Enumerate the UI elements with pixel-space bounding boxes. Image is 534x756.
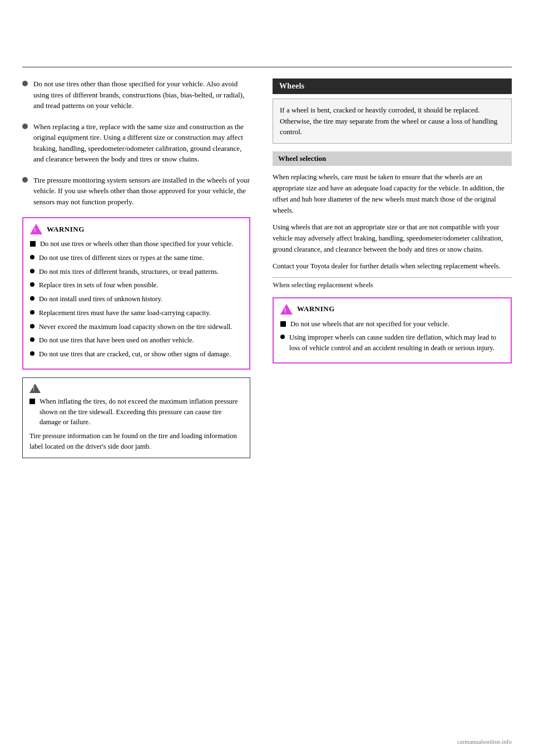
right-warning-square-text: Do not use wheels that are not specified… — [290, 319, 449, 330]
warning-bullet-dot-3 — [30, 282, 34, 287]
warning-header-1: WARNING — [30, 224, 243, 234]
right-warning-bullet-dot-1 — [280, 335, 285, 339]
left-column: Do not use tires other than those specif… — [22, 78, 261, 458]
right-body-text-2: Using wheels that are not an appropriate… — [273, 222, 512, 255]
caution-content: When inflating the tires, do not exceed … — [29, 396, 243, 452]
warning-bullet-dot-7 — [30, 337, 34, 342]
bullet-text-3: Tire pressure monitoring system sensors … — [33, 175, 250, 208]
warning-bullet-dot-1 — [30, 255, 34, 259]
right-warning-header: WARNING — [280, 304, 504, 315]
warning-bullet-8: Do not use tires that are cracked, cut, … — [30, 349, 243, 360]
bullet-item-2: When replacing a tire, replace with the … — [22, 121, 250, 165]
warning-bullet-dot-2 — [30, 269, 34, 273]
warning-bullet-dot-4 — [30, 296, 34, 301]
two-column-layout: Do not use tires other than those specif… — [0, 67, 534, 458]
caution-extra-text: Tire pressure information can be found o… — [29, 431, 243, 452]
top-spacer — [0, 0, 534, 67]
warning-bullet-text-5: Replacement tires must have the same loa… — [39, 308, 211, 318]
caution-intro-text: When inflating the tires, do not exceed … — [39, 396, 243, 428]
right-body-text-3: Contact your Toyota dealer for further d… — [273, 261, 512, 272]
right-warning-bullet-text-1: Using improper wheels can cause sudden t… — [289, 332, 504, 354]
bullet-dot-2 — [22, 124, 28, 129]
warning-bullet-4: Do not install used tires of unknown his… — [30, 294, 243, 305]
caution-square-icon — [29, 399, 35, 404]
warning-bullet-dot-6 — [30, 324, 34, 328]
subsection-label: When selecting replacement wheels — [273, 281, 512, 289]
caution-header — [29, 384, 243, 393]
warning-bullet-text-8: Do not use tires that are cracked, cut, … — [39, 349, 231, 360]
warning-bullet-dot-8 — [30, 351, 34, 356]
warning-bullet-text-3: Replace tires in sets of four when possi… — [39, 280, 159, 291]
caution-intro-line: When inflating the tires, do not exceed … — [29, 396, 243, 428]
bullet-text-1: Do not use tires other than those specif… — [33, 78, 250, 111]
footer-watermark: carmanualsonline.info — [457, 738, 512, 745]
wheels-info-box: If a wheel is bent, cracked or heavily c… — [273, 99, 512, 144]
right-column: Wheels If a wheel is bent, cracked or he… — [261, 78, 512, 458]
warning-bullet-text-2: Do not mix tires of different brands, st… — [39, 267, 219, 277]
right-warning-square-line: Do not use wheels that are not specified… — [280, 319, 504, 330]
warning-label-1: WARNING — [47, 225, 85, 234]
warning-bullet-1: Do not use tires of different sizes or t… — [30, 253, 243, 263]
warning-bullet-2: Do not mix tires of different brands, st… — [30, 267, 243, 277]
right-warning-triangle-icon — [280, 304, 293, 315]
right-warning-small-box: WARNING Do not use wheels that are not s… — [273, 297, 512, 364]
right-warning-square-icon — [280, 321, 286, 327]
bullet-item-3: Tire pressure monitoring system sensors … — [22, 175, 250, 208]
warning-bullet-7: Do not use tires that have been used on … — [30, 335, 243, 346]
right-warning-bullet-1: Using improper wheels can cause sudden t… — [280, 332, 504, 354]
warning-bullet-text-1: Do not use tires of different sizes or t… — [39, 253, 204, 263]
warning-intro-text: Do not use tires or wheels other than th… — [40, 239, 233, 249]
warning-bullet-dot-5 — [30, 310, 34, 315]
right-warning-label: WARNING — [297, 305, 335, 313]
warning-bullet-3: Replace tires in sets of four when possi… — [30, 280, 243, 291]
warning-box-1: WARNING Do not use tires or wheels other… — [22, 217, 250, 370]
wheel-selection-heading: Wheel selection — [273, 151, 512, 166]
bullet-item-1: Do not use tires other than those specif… — [22, 78, 250, 111]
right-warning-content: Do not use wheels that are not specified… — [280, 319, 504, 354]
wheels-heading: Wheels — [273, 78, 512, 94]
warning-intro-line: Do not use tires or wheels other than th… — [30, 239, 243, 249]
page-container: Do not use tires other than those specif… — [0, 0, 534, 756]
bullet-dot-1 — [22, 81, 28, 86]
warning-bullet-text-6: Never exceed the maximum load capacity s… — [39, 322, 232, 332]
caution-triangle-icon — [29, 384, 41, 393]
warning-bullet-text-4: Do not install used tires of unknown his… — [39, 294, 162, 305]
bullet-dot-3 — [22, 177, 28, 183]
warning-content-1: Do not use tires or wheels other than th… — [30, 239, 243, 360]
warning-bullet-text-7: Do not use tires that have been used on … — [39, 335, 194, 346]
warning-triangle-icon-1 — [30, 224, 42, 234]
bullet-text-2: When replacing a tire, replace with the … — [33, 121, 250, 165]
subsection-divider — [273, 277, 512, 278]
warning-square-icon — [30, 241, 36, 247]
caution-box: When inflating the tires, do not exceed … — [22, 377, 250, 458]
warning-bullet-5: Replacement tires must have the same loa… — [30, 308, 243, 318]
warning-bullet-6: Never exceed the maximum load capacity s… — [30, 322, 243, 332]
right-body-text-1: When replacing wheels, care must be take… — [273, 171, 512, 216]
